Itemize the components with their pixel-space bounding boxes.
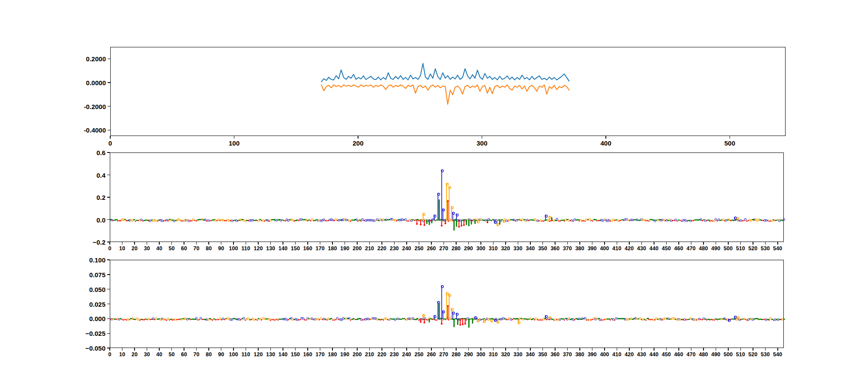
x-tick bbox=[109, 242, 110, 245]
x-tick bbox=[468, 242, 469, 245]
x-tick-label: 440 bbox=[649, 246, 658, 252]
y-tick bbox=[107, 175, 110, 175]
bottom-plot-axes bbox=[110, 260, 784, 348]
x-tick bbox=[320, 348, 320, 351]
x-tick-label: 340 bbox=[526, 352, 535, 358]
x-tick bbox=[357, 242, 357, 245]
x-tick-label: 290 bbox=[464, 246, 473, 252]
line-series-0 bbox=[321, 63, 569, 82]
x-tick-label: 330 bbox=[513, 352, 523, 358]
x-tick-label: 90 bbox=[218, 352, 224, 358]
y-tick bbox=[107, 289, 110, 289]
y-tick bbox=[107, 259, 110, 260]
y-tick-label: −0.050 bbox=[85, 345, 105, 351]
x-tick-label: 480 bbox=[699, 352, 708, 358]
x-tick bbox=[777, 348, 778, 351]
x-tick bbox=[134, 348, 135, 351]
y-tick-label: 0.025 bbox=[89, 301, 105, 307]
x-tick bbox=[134, 242, 135, 245]
x-tick-label: 390 bbox=[588, 246, 597, 252]
x-tick-label: 280 bbox=[451, 246, 460, 252]
x-tick-label: 200 bbox=[352, 246, 362, 252]
x-tick-label: 380 bbox=[575, 352, 584, 358]
x-tick bbox=[542, 348, 543, 351]
x-tick-label: 210 bbox=[365, 352, 374, 358]
y-tick-label: 0.4 bbox=[96, 172, 105, 178]
y-tick-label: 0.2 bbox=[96, 194, 105, 201]
x-tick bbox=[654, 348, 654, 351]
y-tick-label: −0.025 bbox=[85, 330, 105, 337]
x-tick-label: 100 bbox=[229, 140, 240, 146]
x-tick bbox=[505, 348, 506, 351]
x-tick-label: 410 bbox=[612, 352, 621, 358]
x-tick bbox=[482, 136, 482, 139]
x-tick-label: 420 bbox=[625, 352, 634, 358]
x-tick bbox=[109, 348, 110, 351]
x-tick-label: 320 bbox=[501, 246, 510, 252]
x-tick bbox=[579, 348, 580, 351]
x-tick bbox=[641, 242, 642, 245]
x-tick-label: 160 bbox=[303, 352, 312, 358]
spike-layer bbox=[420, 285, 739, 327]
x-tick-label: 490 bbox=[711, 352, 720, 358]
x-tick-label: 80 bbox=[206, 352, 212, 358]
x-tick-label: 430 bbox=[637, 352, 646, 358]
x-tick-label: 530 bbox=[761, 352, 770, 358]
x-tick bbox=[381, 242, 382, 245]
x-tick-label: 290 bbox=[464, 352, 473, 358]
x-tick-label: 20 bbox=[132, 352, 138, 358]
x-tick-label: 130 bbox=[266, 246, 275, 252]
x-tick bbox=[295, 348, 296, 351]
x-tick-label: 390 bbox=[588, 352, 597, 358]
x-tick-label: 150 bbox=[291, 352, 300, 358]
x-tick bbox=[542, 242, 543, 245]
x-tick-label: 180 bbox=[328, 246, 337, 252]
x-tick bbox=[518, 348, 518, 351]
x-tick-label: 370 bbox=[563, 246, 572, 252]
x-tick bbox=[555, 348, 555, 351]
x-tick bbox=[419, 242, 419, 245]
x-tick bbox=[283, 348, 283, 351]
y-tick bbox=[107, 348, 110, 348]
x-tick-label: 20 bbox=[132, 246, 138, 252]
x-tick-label: 70 bbox=[194, 246, 200, 252]
x-tick bbox=[406, 242, 407, 245]
x-tick bbox=[703, 348, 704, 351]
x-tick-label: 400 bbox=[600, 352, 609, 358]
x-tick bbox=[345, 242, 345, 245]
x-tick-label: 220 bbox=[377, 246, 386, 252]
y-tick-label: −0.2 bbox=[92, 239, 105, 245]
x-tick bbox=[703, 242, 704, 245]
x-tick-label: 460 bbox=[674, 246, 683, 252]
x-tick bbox=[691, 348, 691, 351]
x-tick bbox=[196, 348, 197, 351]
x-tick-label: 170 bbox=[316, 246, 325, 252]
x-tick-label: 500 bbox=[723, 352, 733, 358]
x-tick-label: 450 bbox=[662, 352, 671, 358]
x-tick-label: 50 bbox=[169, 246, 175, 252]
figure: 01002003004005000.20000.0000-0.2000-0.40… bbox=[0, 0, 868, 391]
x-tick-label: 300 bbox=[476, 246, 485, 252]
x-tick bbox=[728, 348, 728, 351]
x-tick-label: 260 bbox=[427, 352, 436, 358]
x-tick bbox=[307, 242, 308, 245]
x-tick bbox=[456, 348, 456, 351]
x-tick bbox=[246, 242, 246, 245]
y-tick bbox=[108, 106, 110, 106]
x-tick bbox=[555, 242, 555, 245]
x-tick bbox=[258, 242, 258, 245]
x-tick bbox=[605, 136, 606, 139]
x-tick bbox=[777, 242, 778, 245]
x-tick bbox=[208, 242, 209, 245]
x-tick-label: 40 bbox=[156, 352, 162, 358]
x-tick bbox=[147, 348, 147, 351]
x-tick bbox=[122, 348, 122, 351]
x-tick-label: 30 bbox=[144, 352, 150, 358]
x-tick-label: 170 bbox=[316, 352, 325, 358]
x-tick-label: 540 bbox=[773, 352, 782, 358]
x-tick bbox=[234, 136, 234, 139]
x-tick-label: 480 bbox=[699, 246, 708, 252]
x-tick bbox=[159, 348, 159, 351]
x-tick bbox=[406, 348, 407, 351]
x-tick bbox=[765, 348, 766, 351]
